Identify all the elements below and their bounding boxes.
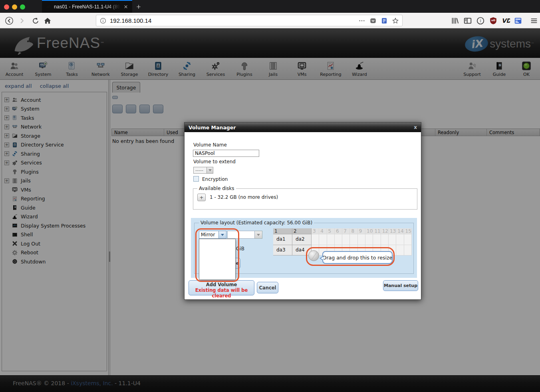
volume-extend-dropdown-icon[interactable]	[207, 167, 213, 174]
add-volume-label: Add Volume	[189, 282, 254, 287]
grid-col-header: 14	[396, 228, 404, 234]
grid-col-header: 9	[358, 228, 365, 234]
sidebar-toggle-icon[interactable]	[463, 16, 472, 25]
empty-grid-cell	[373, 234, 381, 245]
browser-tab[interactable]: nas01 - FreeNAS-11.1-U4 (89e3	[42, 0, 132, 13]
grid-col-header: 6	[335, 228, 342, 234]
svg-text:i: i	[480, 19, 481, 23]
empty-grid-cell	[327, 234, 335, 245]
disk-cell[interactable]: da1	[273, 234, 292, 245]
grid-col-header: 8	[350, 228, 357, 234]
grid-col-header: 2	[292, 228, 312, 234]
menu-icon[interactable]	[530, 16, 538, 25]
disk-cell[interactable]: da2	[292, 234, 312, 245]
dialog-titlebar[interactable]: Volume Manager x	[185, 123, 421, 132]
dropdown-option[interactable]	[199, 263, 235, 271]
encryption-checkbox[interactable]	[193, 176, 199, 182]
dropdown-option[interactable]	[199, 247, 235, 255]
volume-extend-label: Volume to extend	[193, 159, 236, 164]
dialog-title: Volume Manager	[189, 125, 236, 131]
new-tab-button[interactable]	[134, 2, 143, 11]
freenas-favicon	[45, 4, 52, 10]
home-icon[interactable]	[43, 16, 52, 25]
secondary-dropdown-icon[interactable]	[255, 231, 262, 239]
volume-extend-select[interactable]: -----	[193, 167, 213, 174]
url-bar[interactable]: 192.168.100.14	[96, 15, 403, 26]
add-disk-button[interactable]: +	[197, 194, 206, 201]
site-info-icon[interactable]	[99, 17, 107, 24]
empty-grid-cell	[342, 234, 350, 245]
group-type-dropdown-icon[interactable]	[219, 231, 226, 239]
dialog-close-icon[interactable]: x	[414, 125, 417, 130]
tab-close-icon[interactable]	[123, 4, 129, 10]
drag-tooltip: Drag and drop this to resize	[322, 251, 393, 264]
grid-col-header: 13	[389, 228, 396, 234]
drag-resize-handle[interactable]	[308, 250, 319, 261]
volume-layout-panel: Volume layout (Estimated capacity: 56.00…	[191, 218, 417, 278]
reader-mode-icon[interactable]	[381, 17, 388, 24]
tab-title: nas01 - FreeNAS-11.1-U4 (89e3	[54, 4, 120, 10]
reload-icon[interactable]	[31, 16, 40, 25]
browser-navbar: 192.168.100.14 i uO VD	[0, 13, 540, 28]
bookmark-star-icon[interactable]	[392, 17, 399, 24]
empty-grid-cell	[312, 234, 319, 245]
empty-grid-cell	[389, 234, 396, 245]
screenshot-extension-icon[interactable]	[514, 16, 522, 25]
grid-col-header: 7	[342, 228, 350, 234]
empty-grid-cell	[350, 234, 357, 245]
dropdown-option[interactable]	[199, 271, 235, 279]
secondary-select-value	[227, 231, 255, 239]
window-zoom-button[interactable]	[20, 4, 25, 10]
empty-grid-cell	[319, 234, 327, 245]
layout-legend: Volume layout (Estimated capacity: 56.00…	[199, 220, 314, 226]
empty-grid-cell	[335, 234, 342, 245]
grid-col-header: 11	[373, 228, 381, 234]
available-disks-fieldset: Available disks + 1 - 32.2 GB (no more d…	[193, 188, 417, 210]
ublock-icon[interactable]: uO	[489, 16, 498, 25]
grid-col-header: 10	[365, 228, 373, 234]
group-type-value: Mirror	[199, 231, 219, 239]
plus-icon	[135, 4, 142, 10]
vd-extension-icon[interactable]: VD	[501, 16, 510, 25]
svg-text:VD: VD	[502, 17, 510, 24]
capacity-unit-fragment: GiB	[236, 246, 244, 251]
group-type-select[interactable]: Mirror	[199, 231, 226, 239]
window-close-button[interactable]	[4, 4, 9, 10]
empty-grid-cell	[358, 234, 365, 245]
grid-col-header: 3	[312, 228, 319, 234]
group-type-dropdown-list	[199, 239, 236, 280]
encryption-label: Encryption	[202, 176, 228, 182]
available-disks-legend: Available disks	[197, 186, 236, 191]
forward-icon[interactable]	[18, 16, 26, 25]
volume-manager-dialog: Volume Manager x Volume Name Volume to e…	[184, 122, 421, 300]
empty-grid-cell	[404, 234, 412, 245]
empty-grid-cell	[396, 234, 404, 245]
empty-grid-cell	[404, 245, 412, 256]
dropdown-option[interactable]	[199, 255, 235, 263]
back-icon[interactable]	[5, 16, 14, 25]
library-icon[interactable]	[451, 16, 459, 25]
disk-cell[interactable]: da3	[273, 245, 292, 256]
window-titlebar: nas01 - FreeNAS-11.1-U4 (89e3	[0, 0, 540, 13]
add-volume-button[interactable]: Add Volume Existing data will be cleared	[189, 280, 254, 295]
page-actions-icon[interactable]	[358, 17, 365, 24]
empty-grid-cell	[365, 234, 373, 245]
volume-name-label: Volume Name	[193, 142, 227, 148]
pocket-icon[interactable]	[369, 17, 377, 24]
onepassword-icon[interactable]: i	[476, 16, 485, 25]
grid-col-header: 15	[404, 228, 412, 234]
dropdown-option[interactable]	[199, 239, 235, 247]
grid-col-header: 5	[327, 228, 335, 234]
manual-setup-button[interactable]: Manual setup	[383, 280, 418, 291]
volume-name-input[interactable]	[193, 150, 259, 157]
grid-col-header: 1	[273, 228, 292, 234]
window-minimize-button[interactable]	[12, 4, 17, 10]
empty-grid-cell	[396, 245, 404, 256]
secondary-select[interactable]	[227, 231, 262, 239]
cancel-button[interactable]: Cancel	[257, 282, 278, 293]
grid-col-header: 4	[319, 228, 327, 234]
browser-chrome: nas01 - FreeNAS-11.1-U4 (89e3 192.168.10…	[0, 0, 540, 28]
volume-extend-value: -----	[193, 167, 207, 174]
grid-col-header: 12	[381, 228, 389, 234]
url-text[interactable]: 192.168.100.14	[110, 17, 354, 24]
